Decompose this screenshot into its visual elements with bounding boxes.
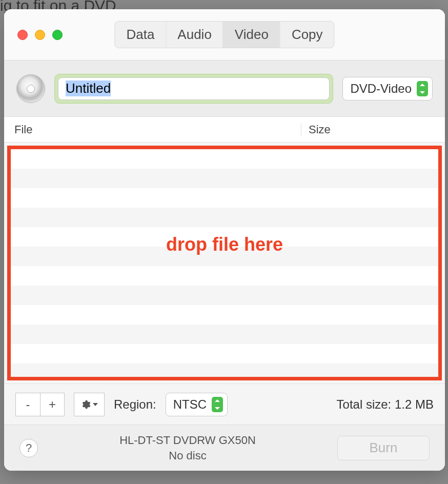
format-select[interactable]: DVD-Video — [342, 77, 433, 100]
remove-button[interactable]: - — [15, 393, 40, 416]
actions-menu-button[interactable] — [74, 393, 105, 416]
zoom-button[interactable] — [52, 30, 63, 40]
minimize-button[interactable] — [35, 30, 45, 40]
drop-hint-text: drop file here — [166, 234, 283, 255]
titlebar: Data Audio Video Copy — [4, 9, 445, 60]
drop-area[interactable]: drop file here — [7, 146, 442, 380]
close-button[interactable] — [17, 30, 28, 40]
mode-tabs: Data Audio Video Copy — [114, 21, 334, 48]
tab-data[interactable]: Data — [115, 22, 166, 48]
bottom-toolbar: - + Region: NTSC Total size: 1.2 MB — [4, 384, 445, 425]
disc-icon — [16, 74, 45, 103]
gear-icon — [80, 399, 91, 410]
add-button[interactable]: + — [40, 393, 65, 416]
title-field-wrap — [54, 74, 333, 104]
app-window: Data Audio Video Copy DVD-Video File Siz… — [4, 9, 445, 471]
burn-button[interactable]: Burn — [337, 436, 430, 460]
tab-video[interactable]: Video — [223, 22, 280, 48]
status-bar: ? HL-DT-ST DVDRW GX50N No disc Burn — [4, 425, 445, 471]
help-button[interactable]: ? — [19, 439, 38, 457]
empty-rows-bg — [11, 149, 438, 377]
tab-copy[interactable]: Copy — [280, 22, 334, 48]
region-select[interactable]: NTSC — [166, 393, 228, 416]
region-label: Region: — [114, 397, 156, 412]
disc-status: No disc — [48, 448, 327, 463]
drive-info: HL-DT-ST DVDRW GX50N No disc — [48, 433, 327, 463]
column-size[interactable]: Size — [301, 123, 445, 136]
column-file[interactable]: File — [4, 123, 301, 136]
tab-audio[interactable]: Audio — [166, 22, 223, 48]
table-header: File Size — [4, 117, 445, 143]
total-size: Total size: 1.2 MB — [337, 397, 434, 412]
disc-toolbar: DVD-Video — [4, 60, 445, 117]
add-remove-group: - + — [15, 393, 65, 416]
drive-name: HL-DT-ST DVDRW GX50N — [48, 433, 327, 448]
window-controls — [17, 30, 63, 40]
format-value: DVD-Video — [350, 82, 412, 96]
dropdown-stepper-icon — [212, 397, 223, 412]
disc-title-input[interactable] — [58, 77, 330, 100]
region-value: NTSC — [173, 397, 207, 412]
dropdown-stepper-icon — [417, 81, 428, 96]
chevron-down-icon — [93, 403, 98, 406]
